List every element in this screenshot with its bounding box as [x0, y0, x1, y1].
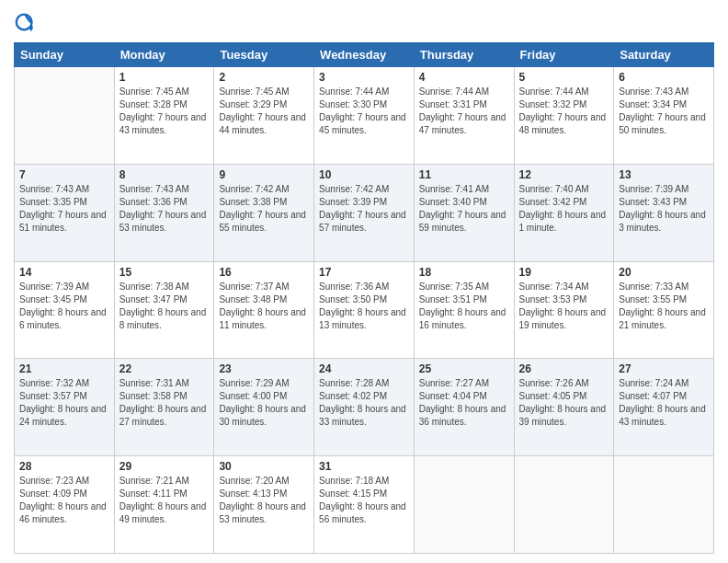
calendar-cell: 1Sunrise: 7:45 AMSunset: 3:28 PMDaylight…	[114, 67, 214, 165]
day-number: 16	[219, 266, 309, 279]
cell-info: Sunrise: 7:31 AMSunset: 3:58 PMDaylight:…	[119, 377, 210, 429]
page: SundayMondayTuesdayWednesdayThursdayFrid…	[0, 0, 728, 563]
cell-info: Sunrise: 7:43 AMSunset: 3:34 PMDaylight:…	[619, 86, 709, 137]
calendar-cell	[414, 456, 514, 554]
calendar-cell: 15Sunrise: 7:38 AMSunset: 3:47 PMDayligh…	[114, 261, 214, 359]
cell-info: Sunrise: 7:23 AMSunset: 4:09 PMDaylight:…	[19, 475, 109, 526]
calendar-weekday-tuesday: Tuesday	[214, 43, 314, 67]
day-number: 19	[519, 266, 609, 279]
cell-info: Sunrise: 7:39 AMSunset: 3:43 PMDaylight:…	[619, 183, 709, 235]
calendar-cell	[15, 67, 115, 165]
cell-info: Sunrise: 7:44 AMSunset: 3:32 PMDaylight:…	[519, 86, 609, 137]
day-number: 17	[319, 266, 409, 279]
cell-info: Sunrise: 7:35 AMSunset: 3:51 PMDaylight:…	[419, 281, 509, 332]
day-number: 8	[119, 168, 210, 181]
calendar-cell: 21Sunrise: 7:32 AMSunset: 3:57 PMDayligh…	[15, 359, 115, 456]
calendar-cell: 12Sunrise: 7:40 AMSunset: 3:42 PMDayligh…	[514, 164, 614, 261]
calendar-week-row-2: 7Sunrise: 7:43 AMSunset: 3:35 PMDaylight…	[15, 164, 714, 261]
day-number: 18	[419, 266, 509, 279]
cell-info: Sunrise: 7:40 AMSunset: 3:42 PMDaylight:…	[519, 183, 609, 235]
day-number: 1	[119, 71, 210, 84]
calendar-cell: 30Sunrise: 7:20 AMSunset: 4:13 PMDayligh…	[214, 456, 314, 554]
day-number: 3	[319, 71, 409, 84]
day-number: 9	[219, 168, 309, 181]
cell-info: Sunrise: 7:41 AMSunset: 3:40 PMDaylight:…	[419, 183, 509, 235]
cell-info: Sunrise: 7:24 AMSunset: 4:07 PMDaylight:…	[619, 377, 709, 429]
svg-rect-0	[14, 9, 40, 35]
cell-info: Sunrise: 7:28 AMSunset: 4:02 PMDaylight:…	[319, 377, 409, 429]
cell-info: Sunrise: 7:43 AMSunset: 3:35 PMDaylight:…	[19, 183, 109, 235]
day-number: 4	[419, 71, 509, 84]
day-number: 10	[319, 168, 409, 181]
calendar-cell: 10Sunrise: 7:42 AMSunset: 3:39 PMDayligh…	[314, 164, 415, 261]
cell-info: Sunrise: 7:18 AMSunset: 4:15 PMDaylight:…	[319, 475, 409, 526]
cell-info: Sunrise: 7:45 AMSunset: 3:29 PMDaylight:…	[219, 86, 309, 137]
day-number: 29	[119, 460, 210, 473]
calendar-table: SundayMondayTuesdayWednesdayThursdayFrid…	[14, 42, 714, 554]
cell-info: Sunrise: 7:27 AMSunset: 4:04 PMDaylight:…	[419, 377, 509, 429]
cell-info: Sunrise: 7:44 AMSunset: 3:30 PMDaylight:…	[319, 86, 409, 137]
day-number: 6	[619, 71, 709, 84]
day-number: 11	[419, 168, 509, 181]
header	[14, 9, 714, 35]
calendar-cell: 3Sunrise: 7:44 AMSunset: 3:30 PMDaylight…	[314, 67, 415, 165]
calendar-week-row-5: 28Sunrise: 7:23 AMSunset: 4:09 PMDayligh…	[15, 456, 714, 554]
cell-info: Sunrise: 7:21 AMSunset: 4:11 PMDaylight:…	[119, 475, 210, 526]
calendar-cell: 17Sunrise: 7:36 AMSunset: 3:50 PMDayligh…	[314, 261, 415, 359]
day-number: 25	[419, 362, 509, 375]
calendar-cell: 8Sunrise: 7:43 AMSunset: 3:36 PMDaylight…	[114, 164, 214, 261]
calendar-weekday-monday: Monday	[114, 43, 214, 67]
calendar-weekday-thursday: Thursday	[414, 43, 514, 67]
day-number: 26	[519, 362, 609, 375]
day-number: 7	[19, 168, 109, 181]
cell-info: Sunrise: 7:32 AMSunset: 3:57 PMDaylight:…	[19, 377, 109, 429]
calendar-cell: 23Sunrise: 7:29 AMSunset: 4:00 PMDayligh…	[214, 359, 314, 456]
calendar-cell: 2Sunrise: 7:45 AMSunset: 3:29 PMDaylight…	[214, 67, 314, 165]
day-number: 20	[619, 266, 709, 279]
calendar-cell: 25Sunrise: 7:27 AMSunset: 4:04 PMDayligh…	[414, 359, 514, 456]
calendar-cell: 31Sunrise: 7:18 AMSunset: 4:15 PMDayligh…	[314, 456, 415, 554]
cell-info: Sunrise: 7:33 AMSunset: 3:55 PMDaylight:…	[619, 281, 709, 332]
cell-info: Sunrise: 7:29 AMSunset: 4:00 PMDaylight:…	[219, 377, 309, 429]
calendar-cell	[614, 456, 714, 554]
calendar-cell: 14Sunrise: 7:39 AMSunset: 3:45 PMDayligh…	[15, 261, 115, 359]
day-number: 13	[619, 168, 709, 181]
cell-info: Sunrise: 7:44 AMSunset: 3:31 PMDaylight:…	[419, 86, 509, 137]
calendar-cell: 9Sunrise: 7:42 AMSunset: 3:38 PMDaylight…	[214, 164, 314, 261]
calendar-week-row-4: 21Sunrise: 7:32 AMSunset: 3:57 PMDayligh…	[15, 359, 714, 456]
calendar-week-row-1: 1Sunrise: 7:45 AMSunset: 3:28 PMDaylight…	[15, 67, 714, 165]
cell-info: Sunrise: 7:34 AMSunset: 3:53 PMDaylight:…	[519, 281, 609, 332]
calendar-cell: 4Sunrise: 7:44 AMSunset: 3:31 PMDaylight…	[414, 67, 514, 165]
cell-info: Sunrise: 7:38 AMSunset: 3:47 PMDaylight:…	[119, 281, 210, 332]
calendar-cell: 5Sunrise: 7:44 AMSunset: 3:32 PMDaylight…	[514, 67, 614, 165]
day-number: 22	[119, 362, 210, 375]
calendar-cell: 24Sunrise: 7:28 AMSunset: 4:02 PMDayligh…	[314, 359, 415, 456]
calendar-week-row-3: 14Sunrise: 7:39 AMSunset: 3:45 PMDayligh…	[15, 261, 714, 359]
day-number: 23	[219, 362, 309, 375]
calendar-cell: 22Sunrise: 7:31 AMSunset: 3:58 PMDayligh…	[114, 359, 214, 456]
calendar-cell: 27Sunrise: 7:24 AMSunset: 4:07 PMDayligh…	[614, 359, 714, 456]
calendar-cell: 13Sunrise: 7:39 AMSunset: 3:43 PMDayligh…	[614, 164, 714, 261]
day-number: 30	[219, 460, 309, 473]
calendar-cell: 7Sunrise: 7:43 AMSunset: 3:35 PMDaylight…	[15, 164, 115, 261]
calendar-weekday-friday: Friday	[514, 43, 614, 67]
cell-info: Sunrise: 7:42 AMSunset: 3:39 PMDaylight:…	[319, 183, 409, 235]
calendar-cell: 19Sunrise: 7:34 AMSunset: 3:53 PMDayligh…	[514, 261, 614, 359]
cell-info: Sunrise: 7:42 AMSunset: 3:38 PMDaylight:…	[219, 183, 309, 235]
day-number: 15	[119, 266, 210, 279]
calendar-weekday-saturday: Saturday	[614, 43, 714, 67]
calendar-cell: 20Sunrise: 7:33 AMSunset: 3:55 PMDayligh…	[614, 261, 714, 359]
cell-info: Sunrise: 7:45 AMSunset: 3:28 PMDaylight:…	[119, 86, 210, 137]
cell-info: Sunrise: 7:36 AMSunset: 3:50 PMDaylight:…	[319, 281, 409, 332]
calendar-cell: 16Sunrise: 7:37 AMSunset: 3:48 PMDayligh…	[214, 261, 314, 359]
logo-icon	[14, 9, 40, 35]
cell-info: Sunrise: 7:39 AMSunset: 3:45 PMDaylight:…	[19, 281, 109, 332]
calendar-cell: 26Sunrise: 7:26 AMSunset: 4:05 PMDayligh…	[514, 359, 614, 456]
calendar-cell: 6Sunrise: 7:43 AMSunset: 3:34 PMDaylight…	[614, 67, 714, 165]
cell-info: Sunrise: 7:37 AMSunset: 3:48 PMDaylight:…	[219, 281, 309, 332]
calendar-cell: 28Sunrise: 7:23 AMSunset: 4:09 PMDayligh…	[15, 456, 115, 554]
day-number: 27	[619, 362, 709, 375]
calendar-header-row: SundayMondayTuesdayWednesdayThursdayFrid…	[15, 43, 714, 67]
day-number: 12	[519, 168, 609, 181]
cell-info: Sunrise: 7:43 AMSunset: 3:36 PMDaylight:…	[119, 183, 210, 235]
